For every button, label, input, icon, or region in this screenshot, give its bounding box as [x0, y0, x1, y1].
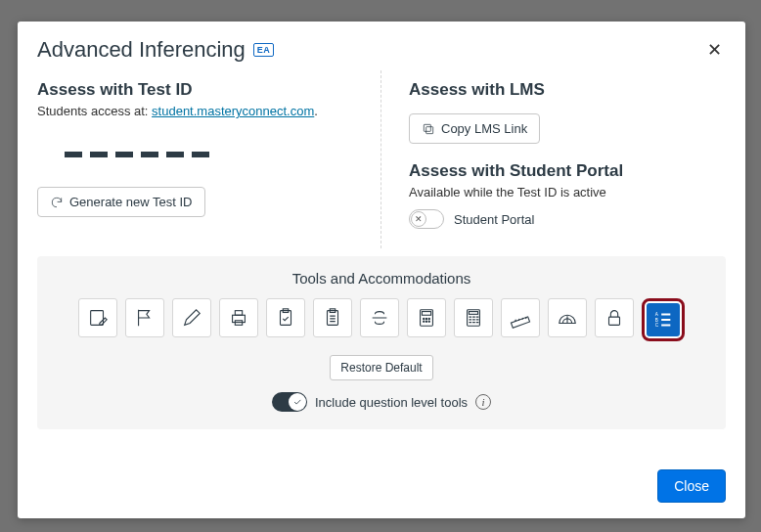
test-id-access-text: Students access at: student.masteryconne…: [37, 104, 361, 118]
lms-heading: Assess with LMS: [409, 80, 726, 100]
svg-rect-11: [422, 312, 430, 316]
modal-footer: Close: [18, 460, 745, 518]
svg-point-12: [424, 318, 425, 319]
tool-flag[interactable]: [125, 298, 164, 337]
svg-rect-1: [424, 124, 430, 131]
notepad-pencil-icon: [87, 307, 109, 329]
svg-text:A: A: [655, 312, 659, 317]
tool-answer-choice-order[interactable]: ABC: [642, 298, 685, 341]
restore-default-button[interactable]: Restore Default: [330, 355, 432, 380]
assess-panels: Assess with Test ID Students access at: …: [37, 70, 726, 248]
access-suffix: .: [314, 104, 318, 118]
flag-icon: [134, 307, 156, 329]
clipboard-list-icon: [322, 307, 343, 329]
svg-rect-19: [469, 312, 477, 315]
copy-lms-link-label: Copy LMS Link: [441, 121, 527, 136]
calculator-basic-icon: [416, 307, 437, 329]
svg-point-14: [428, 318, 429, 319]
assess-lms-panel: Assess with LMS Copy LMS Link Assess wit…: [381, 70, 726, 248]
ruler-icon: [510, 307, 531, 329]
test-id-placeholder: [65, 152, 361, 157]
tool-calculator-basic[interactable]: [407, 298, 446, 337]
modal-body: Assess with Test ID Students access at: …: [18, 70, 745, 460]
student-portal-heading: Assess with Student Portal: [409, 161, 726, 181]
modal-header: Advanced Inferencing EA ✕: [18, 22, 745, 70]
question-level-tools-label: Include question level tools: [315, 395, 468, 410]
tool-ruler[interactable]: [501, 298, 540, 337]
check-icon: [292, 397, 302, 407]
refresh-icon: [50, 196, 64, 209]
toggle-off-knob: ✕: [411, 211, 426, 227]
early-access-badge: EA: [253, 43, 275, 57]
tools-heading: Tools and Accommodations: [53, 270, 710, 287]
pencil-icon: [181, 307, 202, 329]
tool-calculator-scientific[interactable]: [454, 298, 493, 337]
tool-printer[interactable]: [219, 298, 258, 337]
svg-point-13: [425, 318, 426, 319]
svg-point-15: [424, 321, 425, 322]
svg-rect-0: [426, 126, 433, 133]
student-portal-toggle-label: Student Portal: [454, 212, 534, 227]
svg-text:C: C: [655, 323, 659, 328]
svg-point-17: [428, 321, 429, 322]
tools-accommodations-section: Tools and Accommodations ABC: [37, 256, 726, 429]
tool-icons-row: ABC: [53, 298, 710, 341]
svg-rect-3: [233, 315, 246, 322]
calculator-scientific-icon: [463, 307, 484, 329]
generate-test-id-label: Generate new Test ID: [69, 195, 193, 209]
tool-clipboard-check[interactable]: [266, 298, 305, 337]
student-portal-link[interactable]: student.masteryconnect.com: [152, 104, 314, 118]
tool-notepad-pencil[interactable]: [78, 298, 117, 337]
close-button[interactable]: Close: [657, 469, 726, 503]
close-icon[interactable]: ✕: [703, 37, 726, 63]
printer-icon: [228, 307, 249, 329]
tool-protractor[interactable]: [548, 298, 587, 337]
copy-lms-link-button[interactable]: Copy LMS Link: [409, 113, 540, 144]
advanced-inferencing-modal: Advanced Inferencing EA ✕ Assess with Te…: [18, 22, 745, 518]
student-portal-sub: Available while the Test ID is active: [409, 185, 726, 200]
strikethrough-icon: [369, 307, 390, 329]
svg-rect-2: [91, 311, 104, 326]
tool-pencil[interactable]: [172, 298, 211, 337]
test-id-heading: Assess with Test ID: [37, 80, 361, 100]
student-portal-toggle-row: ✕ Student Portal: [409, 209, 726, 229]
svg-rect-21: [609, 317, 620, 325]
access-prefix: Students access at:: [37, 104, 152, 118]
question-level-tools-row: Include question level tools i: [53, 392, 710, 412]
modal-title: Advanced Inferencing: [37, 37, 246, 63]
toggle-on-knob: [289, 393, 306, 411]
svg-rect-4: [235, 311, 242, 316]
assess-test-id-panel: Assess with Test ID Students access at: …: [37, 70, 381, 248]
question-level-tools-toggle[interactable]: [272, 392, 307, 412]
student-portal-toggle[interactable]: ✕: [409, 209, 444, 229]
tool-strikethrough[interactable]: [360, 298, 399, 337]
lock-icon: [604, 307, 625, 329]
info-icon[interactable]: i: [475, 394, 491, 410]
tool-clipboard-list[interactable]: [313, 298, 352, 337]
svg-point-16: [425, 321, 426, 322]
svg-rect-20: [511, 317, 529, 328]
svg-text:B: B: [655, 318, 658, 323]
clipboard-check-icon: [275, 307, 296, 329]
copy-icon: [422, 122, 435, 136]
protractor-icon: [557, 307, 578, 329]
generate-test-id-button[interactable]: Generate new Test ID: [37, 187, 205, 217]
tool-lock[interactable]: [595, 298, 634, 337]
answer-choice-order-icon: ABC: [652, 309, 674, 331]
